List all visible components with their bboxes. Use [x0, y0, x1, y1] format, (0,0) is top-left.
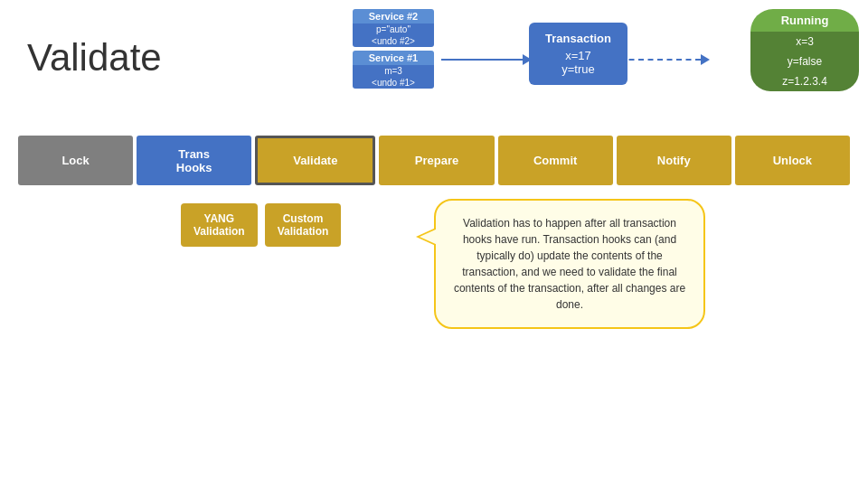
service2-block: Service #2 p="auto" <undo #2> [353, 9, 434, 47]
step-validate[interactable]: Validate [255, 136, 375, 185]
page-title: Validate [27, 36, 162, 80]
running-z: z=1.2.3.4 [750, 71, 859, 91]
service2-label: Service #2 [353, 9, 434, 23]
service1-row1: m=3 [353, 65, 434, 77]
speech-bubble: Validation has to happen after all trans… [434, 199, 705, 329]
step-trans-hooks[interactable]: Trans Hooks [137, 136, 251, 185]
bubble-text: Validation has to happen after all trans… [454, 217, 685, 311]
step-lock[interactable]: Lock [18, 136, 133, 185]
transaction-y: y=true [545, 62, 611, 76]
step-commit[interactable]: Commit [498, 136, 613, 185]
transaction-title: Transaction [545, 32, 611, 45]
sub-step-yang[interactable]: YANG Validation [181, 203, 258, 247]
step-notify[interactable]: Notify [617, 136, 731, 185]
running-cylinder: Running x=3 y=false z=1.2.3.4 [750, 9, 859, 91]
service2-row1: p="auto" [353, 23, 434, 35]
service1-block: Service #1 m=3 <undo #1> [353, 51, 434, 89]
transaction-box: Transaction x=17 y=true [529, 23, 627, 85]
step-unlock[interactable]: Unlock [735, 136, 850, 185]
running-title: Running [750, 9, 859, 32]
sub-step-custom[interactable]: Custom Validation [265, 203, 342, 247]
arrow-transaction-to-running [619, 52, 710, 67]
running-y: y=false [750, 52, 859, 71]
transaction-x: x=17 [545, 49, 611, 62]
step-prepare[interactable]: Prepare [379, 136, 494, 185]
services-stack: Service #2 p="auto" <undo #2> Service #1… [353, 9, 434, 92]
service1-row2: <undo #1> [353, 77, 434, 89]
workflow-bar: Lock Trans Hooks Validate Prepare Commit… [18, 131, 850, 190]
sub-steps: YANG Validation Custom Validation [181, 203, 341, 247]
running-x: x=3 [750, 32, 859, 52]
service2-row2: <undo #2> [353, 35, 434, 47]
top-diagram: Service #2 p="auto" <undo #2> Service #1… [353, 9, 859, 127]
arrow-services-to-transaction [441, 52, 532, 67]
service1-label: Service #1 [353, 51, 434, 65]
